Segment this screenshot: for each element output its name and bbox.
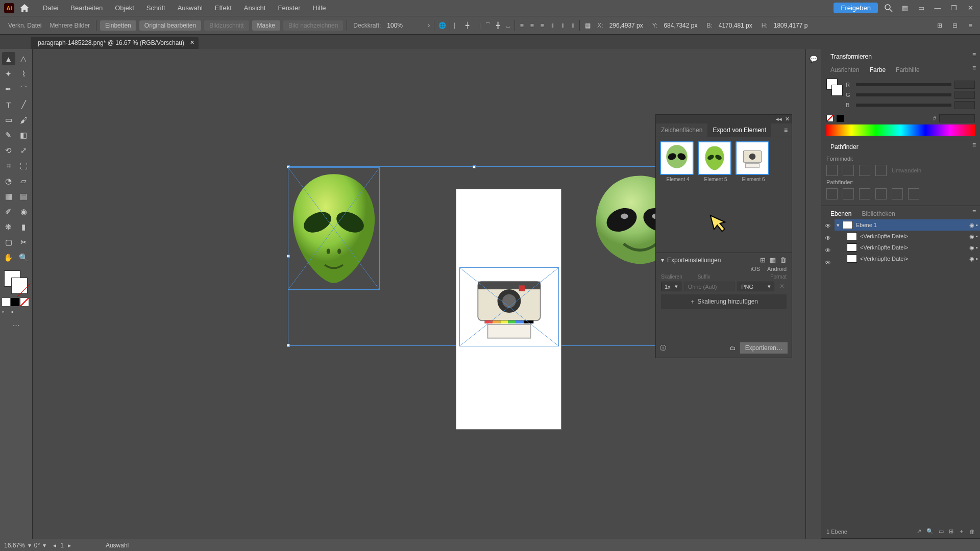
align-bottom-icon[interactable]: ⎵ (503, 21, 512, 30)
menu-datei[interactable]: Datei (37, 4, 64, 12)
rectangle-tool[interactable]: ▭ (2, 113, 15, 127)
zoom-tool[interactable]: 🔍 (17, 251, 31, 264)
menu-objekt[interactable]: Objekt (109, 4, 140, 12)
artboard-tool[interactable]: ▢ (2, 236, 15, 249)
slice-tool[interactable]: ✂ (17, 236, 31, 249)
shapebuilder-tool[interactable]: ◔ (2, 174, 15, 188)
more-icon[interactable]: ≡ (965, 20, 976, 31)
none-icon[interactable] (826, 115, 834, 122)
visibility-icon[interactable]: 👁 (823, 234, 832, 243)
chevron-down-icon[interactable]: ▾ (837, 222, 840, 229)
hex-value[interactable] (939, 114, 975, 122)
opacity-value[interactable]: 100% (385, 22, 426, 29)
mask-button[interactable]: Maske (252, 20, 280, 31)
comments-icon[interactable]: 💬 (810, 55, 818, 63)
free-transform-tool[interactable]: ⛶ (17, 159, 31, 172)
curvature-tool[interactable]: ⌒ (17, 83, 31, 96)
brush-tool[interactable]: 🖌 (17, 113, 31, 127)
layer-row[interactable]: ▾ Ebene 1 ◉ ▪ (835, 219, 980, 231)
menu-hilfe[interactable]: Hilfe (307, 4, 332, 12)
pf-divide-icon[interactable] (826, 188, 838, 199)
chevron-down-icon[interactable]: ▾ (25, 542, 34, 549)
shaper-tool[interactable]: ✎ (2, 129, 15, 142)
selection-tool[interactable]: ▲ (2, 52, 15, 65)
dist-top-icon[interactable]: ≡ (517, 21, 526, 30)
align-right-icon[interactable]: ⎹ (473, 21, 482, 30)
locate-icon[interactable]: ↗ (917, 528, 921, 535)
placed-image-alien-left[interactable] (288, 167, 380, 290)
scale-select[interactable]: 1x▾ (661, 282, 681, 291)
visibility-icon[interactable]: 👁 (823, 258, 832, 267)
pathfinder-unite-icon[interactable] (826, 165, 838, 176)
line-tool[interactable]: ╱ (17, 98, 31, 111)
tab-artboards[interactable]: Zeichenflächen (656, 123, 707, 137)
artboard-index[interactable]: 1 (60, 542, 64, 549)
pathfinder-exclude-icon[interactable] (875, 165, 887, 176)
sublayer-row[interactable]: <Verknüpfte Datei> ◉ ▪ (835, 242, 980, 253)
gradient-tool[interactable]: ▤ (17, 190, 31, 203)
suffix-input[interactable]: Ohne (Au0) (684, 282, 735, 291)
share-button[interactable]: Freigeben (834, 3, 878, 13)
menu-effekt[interactable]: Effekt (209, 4, 238, 12)
grid-view-icon[interactable]: ▦ (770, 256, 776, 264)
dist-hcenter-icon[interactable]: ⦀ (558, 21, 567, 30)
r-slider[interactable] (856, 83, 951, 86)
layer-name[interactable]: Ebene 1 (856, 222, 877, 228)
pf-trim-icon[interactable] (843, 188, 854, 199)
toolbar-more-icon[interactable]: ⋯ (2, 321, 30, 329)
b-slider[interactable] (856, 104, 951, 107)
home-icon[interactable] (19, 3, 30, 13)
pen-tool[interactable]: ✒ (2, 83, 15, 96)
w-value[interactable]: 4170,481 px (717, 22, 757, 29)
visibility-icon[interactable]: 👁 (823, 221, 832, 231)
rotation-value[interactable]: 0° (34, 542, 40, 549)
menu-fenster[interactable]: Fenster (272, 4, 306, 12)
screen-full-icon[interactable]: ▪ (11, 308, 19, 316)
panel-menu-icon[interactable]: ≡ (972, 51, 976, 62)
sublayer-row[interactable]: <Verknüpfte Datei> ◉ ▪ (835, 231, 980, 242)
new-sublayer-icon[interactable]: ⊞ (949, 528, 953, 535)
chevron-right-icon[interactable]: › (426, 22, 432, 29)
menu-ansicht[interactable]: Ansicht (238, 4, 272, 12)
tab-farbe[interactable]: Farbe (865, 64, 891, 76)
align-top-icon[interactable]: ⎴ (483, 21, 492, 30)
pathfinder-intersect-icon[interactable] (859, 165, 870, 176)
fill-stroke-swatches[interactable] (2, 270, 30, 296)
snap-icon[interactable]: ⊟ (949, 20, 961, 31)
tab-ebenen[interactable]: Ebenen (825, 208, 856, 219)
align-vcenter-icon[interactable]: ╋ (493, 21, 502, 30)
sublayer-name[interactable]: <Verknüpfte Datei> (860, 244, 908, 251)
globe-icon[interactable]: 🌐 (436, 20, 448, 31)
search-icon[interactable] (883, 3, 894, 14)
close-tab-icon[interactable]: ✕ (190, 39, 194, 46)
graph-tool[interactable]: ▮ (17, 220, 31, 234)
artboard-next-icon[interactable]: ▸ (64, 542, 75, 549)
symbol-tool[interactable]: ❋ (2, 220, 15, 234)
tab-asset-export[interactable]: Export von Element (707, 123, 771, 137)
maximize-icon[interactable]: ❐ (948, 3, 960, 14)
delete-layer-icon[interactable]: 🗑 (969, 529, 975, 535)
blend-tool[interactable]: ◉ (17, 205, 31, 218)
platform-ios[interactable]: iOS (751, 266, 760, 272)
tab-pathfinder[interactable]: Pathfinder (825, 141, 864, 153)
rotate-tool[interactable]: ⟲ (2, 144, 15, 157)
g-value[interactable] (954, 91, 975, 99)
canvas[interactable]: ◂◂ ✕ Zeichenflächen Export von Element ≡… (33, 49, 805, 539)
y-value[interactable]: 684,7342 px (662, 22, 702, 29)
stroke-swatch[interactable] (11, 278, 28, 294)
sublayer-name[interactable]: <Verknüpfte Datei> (860, 233, 908, 239)
grid-icon[interactable]: ⊞ (934, 20, 945, 31)
placed-image-camera[interactable] (459, 267, 559, 346)
align-hcenter-icon[interactable]: ┿ (462, 21, 472, 30)
dist-left-icon[interactable]: ⦀ (548, 21, 557, 30)
mesh-tool[interactable]: ▦ (2, 190, 15, 203)
new-layer-icon[interactable]: ＋ (959, 528, 964, 535)
pf-minusback-icon[interactable] (908, 188, 919, 199)
folder-icon[interactable]: 🗀 (730, 344, 736, 352)
sublayer-row[interactable]: <Verknüpfte Datei> ◉ ▪ (835, 253, 980, 264)
dist-vcenter-icon[interactable]: ≡ (527, 21, 536, 30)
x-value[interactable]: 296,4937 px (607, 22, 648, 29)
g-slider[interactable] (856, 93, 951, 96)
pf-crop-icon[interactable] (875, 188, 887, 199)
add-scale-button[interactable]: ＋ Skalierung hinzufügen (661, 294, 787, 309)
